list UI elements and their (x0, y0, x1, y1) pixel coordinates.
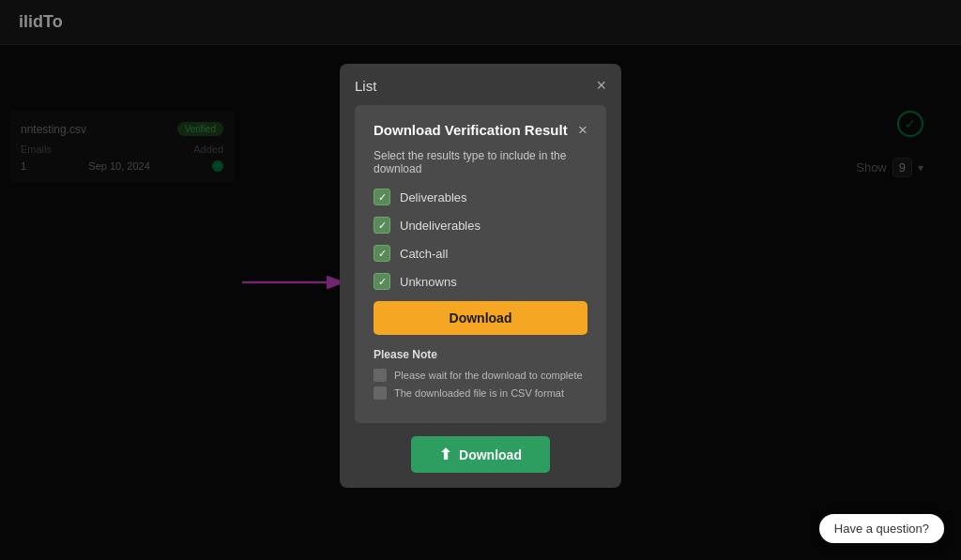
checkbox-label-unknowns: Unknowns (400, 275, 457, 289)
check-icon-catch-all: ✓ (378, 248, 387, 260)
note-text-2: The downloaded file is in CSV format (394, 387, 564, 399)
upload-cloud-icon: ⬆ (439, 446, 451, 463)
note-icon-1 (374, 369, 387, 382)
inner-modal-close-button[interactable]: × (578, 122, 587, 138)
check-icon-unknowns: ✓ (378, 276, 387, 288)
inner-modal-subtitle: Select the results type to include in th… (374, 149, 587, 175)
outer-modal-title: List (355, 78, 376, 94)
outer-modal-close-button[interactable]: × (596, 77, 606, 94)
checkbox-label-deliverables: Deliverables (400, 190, 467, 204)
outer-modal: List × Download Verification Result × Se… (340, 64, 621, 488)
help-button[interactable]: Have a question? (819, 514, 944, 543)
check-icon-undeliverables: ✓ (378, 219, 387, 232)
checkbox-unknowns[interactable]: ✓ Unknowns (374, 273, 587, 290)
outer-modal-header: List × (355, 77, 606, 94)
inner-modal-header: Download Verification Result × (374, 122, 587, 138)
checkbox-box-catch-all: ✓ (374, 245, 390, 262)
checkbox-label-catch-all: Catch-all (400, 247, 448, 261)
bottom-bar: ⬆ Download (355, 436, 606, 473)
checkbox-list: ✓ Deliverables ✓ Undeliverables ✓ Catch-… (374, 189, 587, 290)
download-btn-green-label: Download (459, 447, 522, 462)
please-note-title: Please Note (374, 348, 587, 361)
inner-modal: Download Verification Result × Select th… (355, 105, 606, 423)
please-note-section: Please Note Please wait for the download… (374, 348, 587, 400)
checkbox-catch-all[interactable]: ✓ Catch-all (374, 245, 587, 262)
note-item-2: The downloaded file is in CSV format (374, 386, 587, 400)
checkbox-undeliverables[interactable]: ✓ Undeliverables (374, 217, 587, 234)
checkbox-box-unknowns: ✓ (374, 273, 390, 290)
note-item-1: Please wait for the download to complete (374, 369, 587, 382)
checkbox-box-undeliverables: ✓ (374, 217, 390, 234)
note-text-1: Please wait for the download to complete (394, 370, 583, 381)
download-button-green[interactable]: ⬆ Download (411, 436, 550, 473)
inner-modal-title: Download Verification Result (374, 122, 568, 138)
checkbox-box-deliverables: ✓ (374, 189, 390, 205)
checkbox-label-undeliverables: Undeliverables (400, 219, 480, 233)
download-button-yellow[interactable]: Download (374, 301, 587, 335)
note-icon-2 (374, 386, 387, 400)
checkbox-deliverables[interactable]: ✓ Deliverables (374, 189, 587, 205)
check-icon-deliverables: ✓ (378, 191, 387, 204)
